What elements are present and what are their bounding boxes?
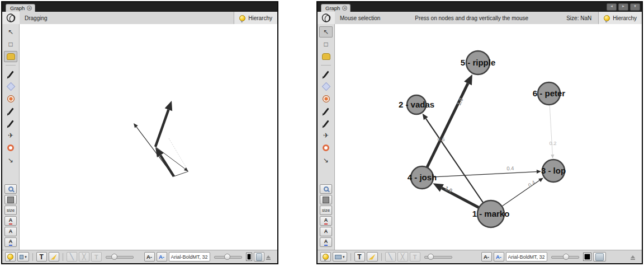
gephi-logo-icon <box>2 12 20 24</box>
background-color-button[interactable] <box>4 195 17 204</box>
edge-color-button[interactable]: ╳ <box>79 252 89 262</box>
heatmap-tool-icon[interactable] <box>4 81 17 92</box>
edge-pencil-tool-icon[interactable] <box>4 118 17 129</box>
label-color-swatch[interactable] <box>246 253 252 261</box>
label-attributes-button[interactable]: A <box>4 237 17 247</box>
sizer-tool-icon[interactable] <box>4 93 17 104</box>
reset-size-button[interactable]: size <box>4 206 17 215</box>
graph-window-right: Graph × ◂ ▸ ▾ Mouse selection Press on n… <box>316 1 643 264</box>
text-size-button[interactable]: T <box>410 252 420 262</box>
tab-label: Graph <box>325 5 340 11</box>
hierarchy-toggle[interactable]: Hierarchy <box>234 12 277 24</box>
dragging-figure[interactable] <box>20 24 277 250</box>
label-scale-slider[interactable] <box>551 253 580 261</box>
reset-size-button[interactable]: size <box>320 206 332 215</box>
window-body: ↖ □ ✈ ↘ size A A A 1.00.50.20.40.41.01 -… <box>318 24 642 250</box>
edit-tool-icon[interactable]: ↘ <box>319 155 333 166</box>
label-color-button[interactable]: A <box>4 216 17 226</box>
label-attributes-button[interactable]: A <box>320 237 332 247</box>
a-icon: A <box>324 228 328 235</box>
node-pencil-tool-icon[interactable] <box>4 105 17 116</box>
slider-knob[interactable] <box>428 254 434 260</box>
painter-tool-icon[interactable] <box>319 68 333 80</box>
light-toggle-button[interactable] <box>5 252 16 262</box>
edit-tool-icon[interactable]: ↘ <box>4 155 17 166</box>
font-smaller-button[interactable]: A- <box>481 252 492 262</box>
edge-arrowhead-icon <box>537 170 541 174</box>
edge-labels-button[interactable] <box>367 252 378 262</box>
node-pencil-tool-icon[interactable] <box>319 105 333 116</box>
cursor-tool-icon[interactable]: ↖ <box>319 26 333 38</box>
tab-menu-icon[interactable]: ▾ <box>630 3 640 11</box>
slider-knob[interactable] <box>224 254 230 260</box>
heater-tool-icon[interactable] <box>4 142 17 153</box>
light-toggle-button[interactable] <box>320 252 331 262</box>
hand-icon <box>7 53 15 60</box>
collapse-bar-icon[interactable] <box>266 255 271 258</box>
tool-hint: Press on nodes and drag vertically the m… <box>415 12 528 24</box>
edge-scale-slider[interactable] <box>105 253 134 261</box>
edge-scale-slider[interactable] <box>424 253 453 261</box>
label-color-button[interactable]: A <box>320 216 332 226</box>
edge-display-icon <box>20 255 23 259</box>
drag-tool-icon[interactable] <box>4 51 17 62</box>
label-size-button[interactable]: A <box>4 227 17 236</box>
a-blue-icon: A <box>324 239 328 246</box>
edge-display-dropdown[interactable]: ▾ <box>333 252 347 262</box>
slider-knob[interactable] <box>111 254 117 260</box>
cursor-tool-icon[interactable]: ↖ <box>4 26 17 38</box>
font-smaller-button[interactable]: A- <box>144 252 155 262</box>
font-field[interactable] <box>169 252 210 262</box>
painter-tool-icon[interactable] <box>4 68 17 80</box>
graph-edge <box>174 171 188 176</box>
tab-graph[interactable]: Graph × <box>6 4 35 12</box>
close-icon[interactable]: × <box>27 6 32 11</box>
edge-color-button[interactable]: ╳ <box>397 252 408 262</box>
scroll-tabs-right-icon[interactable]: ▸ <box>618 3 628 11</box>
heater-tool-icon[interactable] <box>319 142 333 153</box>
drag-tool-icon[interactable] <box>319 51 333 62</box>
label-size-button[interactable]: A <box>320 227 332 236</box>
edge-labels-button[interactable] <box>49 252 59 262</box>
background-color-button[interactable] <box>320 195 332 204</box>
center-view-button[interactable] <box>320 184 332 194</box>
node-labels-button[interactable]: T <box>354 252 365 262</box>
bulb-icon <box>323 254 329 260</box>
font-field[interactable] <box>506 252 547 262</box>
graph-edge <box>422 172 537 178</box>
bulb-icon <box>7 254 13 260</box>
hierarchy-toggle[interactable]: Hierarchy <box>598 12 642 24</box>
graph-canvas[interactable] <box>20 24 277 250</box>
palette-button[interactable] <box>593 252 606 262</box>
scroll-tabs-left-icon[interactable]: ◂ <box>607 3 617 11</box>
edge-weight-button[interactable]: ╲ <box>67 252 77 262</box>
edge-weight-button[interactable]: ╲ <box>385 252 396 262</box>
label-color-swatch[interactable] <box>583 253 591 261</box>
palette-button[interactable] <box>254 252 264 262</box>
rect-selection-tool-icon[interactable]: □ <box>319 39 333 50</box>
graph-canvas[interactable]: 1.00.50.20.40.41.01 - marko2 - vadas3 - … <box>335 24 642 250</box>
text-size-button[interactable]: T <box>91 252 102 262</box>
font-color-button[interactable]: A- <box>157 252 167 262</box>
collapse-bar-icon[interactable] <box>631 255 635 258</box>
diamond-icon <box>321 82 330 91</box>
tab-graph[interactable]: Graph × <box>321 4 351 12</box>
sizer-tool-icon[interactable] <box>319 93 333 104</box>
heatmap-tool-icon[interactable] <box>319 81 333 92</box>
font-color-button[interactable]: A- <box>494 252 504 262</box>
a-minus-blue-icon: A- <box>496 254 501 260</box>
node-label: 2 - vadas <box>399 100 434 109</box>
shortest-path-tool-icon[interactable]: ✈ <box>319 130 333 141</box>
close-icon[interactable]: × <box>342 6 347 11</box>
node-graph[interactable]: 1.00.50.20.40.41.01 - marko2 - vadas3 - … <box>335 24 642 250</box>
slider-knob[interactable] <box>563 254 569 260</box>
label-scale-slider[interactable] <box>214 253 243 261</box>
shortest-path-tool-icon[interactable]: ✈ <box>4 130 17 141</box>
tools-sidebar: ↖ □ ✈ ↘ size A A A <box>2 24 20 250</box>
node-label: 3 - lop <box>541 166 566 175</box>
center-view-button[interactable] <box>4 184 17 194</box>
edge-display-dropdown[interactable]: ▾ <box>17 252 29 262</box>
rect-selection-tool-icon[interactable]: □ <box>4 39 17 50</box>
edge-pencil-tool-icon[interactable] <box>319 118 333 129</box>
node-labels-button[interactable]: T <box>36 252 47 262</box>
